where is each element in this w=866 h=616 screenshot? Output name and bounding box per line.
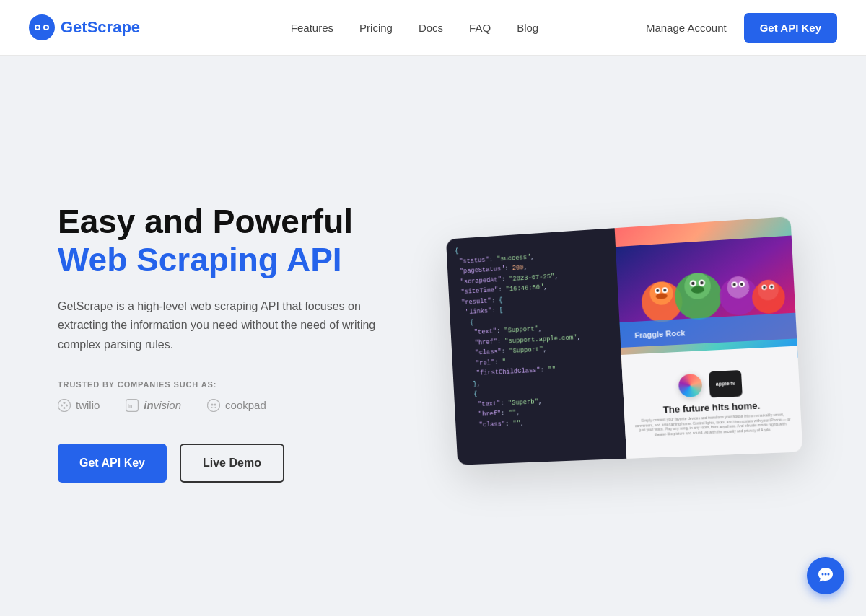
trusted-twilio: twilio bbox=[58, 399, 100, 412]
svg-point-7 bbox=[64, 407, 66, 409]
chat-button[interactable] bbox=[807, 557, 844, 594]
svg-point-13 bbox=[211, 403, 214, 405]
trusted-label: TRUSTED BY COMPANIES SUCH AS: bbox=[58, 380, 433, 389]
fine-print-text: Simply connect your favorite devices and… bbox=[630, 411, 795, 437]
get-api-key-button[interactable]: Get API Key bbox=[58, 444, 167, 483]
illustration-svg: Fraggle Rock bbox=[615, 216, 798, 366]
chat-icon bbox=[816, 566, 835, 585]
hero-description: GetScrape is a high-level web scraping A… bbox=[58, 297, 404, 354]
nav-features[interactable]: Features bbox=[291, 22, 333, 34]
hero-section: Easy and Powerful Web Scraping API GetSc… bbox=[0, 56, 866, 616]
trusted-cookpad: cookpad bbox=[207, 399, 266, 412]
hero-title-line2: Web Scraping API bbox=[58, 241, 342, 278]
svg-point-12 bbox=[208, 399, 220, 411]
invision-icon: in bbox=[126, 399, 139, 412]
screenshot-card: { "status": "success", "pageStatus": 200… bbox=[446, 216, 802, 465]
svg-point-8 bbox=[61, 404, 63, 406]
cookpad-label: cookpad bbox=[225, 399, 266, 411]
nav-pricing[interactable]: Pricing bbox=[359, 22, 393, 34]
nav-faq[interactable]: FAQ bbox=[469, 22, 491, 34]
trusted-logos: twilio in invision cookpad bbox=[58, 399, 433, 412]
twilio-icon bbox=[58, 399, 71, 412]
hero-buttons: Get API Key Live Demo bbox=[58, 444, 433, 483]
apple-tv-area: apple tv bbox=[678, 369, 742, 398]
code-preview: { "status": "success", "pageStatus": 200… bbox=[446, 226, 644, 465]
logo-link[interactable]: GetScrape bbox=[29, 14, 140, 40]
hero-title-line1: Easy and Powerful bbox=[58, 203, 353, 240]
screenshot-image-top: Fraggle Rock bbox=[615, 216, 798, 366]
hero-illustration: { "status": "success", "pageStatus": 200… bbox=[433, 199, 808, 488]
apple-tv-label: apple tv bbox=[716, 380, 735, 387]
svg-point-9 bbox=[66, 404, 68, 406]
nav-docs[interactable]: Docs bbox=[419, 22, 443, 34]
svg-point-5 bbox=[58, 399, 71, 411]
hero-title: Easy and Powerful Web Scraping API bbox=[58, 203, 433, 280]
live-demo-button[interactable]: Live Demo bbox=[180, 444, 284, 483]
get-api-key-nav-button[interactable]: Get API Key bbox=[744, 13, 837, 43]
svg-point-14 bbox=[214, 403, 216, 405]
navbar: GetScrape Features Pricing Docs FAQ Blog… bbox=[0, 0, 866, 56]
siri-orb bbox=[678, 373, 703, 397]
svg-point-0 bbox=[29, 14, 55, 40]
logo-icon bbox=[29, 14, 55, 40]
svg-text:in: in bbox=[128, 403, 132, 408]
nav-links: Features Pricing Docs FAQ Blog bbox=[183, 22, 646, 34]
screenshot-image: Fraggle Rock apple tv The future hits ho… bbox=[615, 216, 803, 459]
invision-label: invision bbox=[144, 399, 181, 411]
manage-account-link[interactable]: Manage Account bbox=[646, 22, 727, 34]
future-hits-text: The future hits home. bbox=[662, 400, 760, 415]
svg-point-44 bbox=[822, 573, 824, 576]
cookpad-icon bbox=[207, 399, 220, 412]
nav-blog[interactable]: Blog bbox=[517, 22, 538, 34]
svg-point-3 bbox=[36, 26, 39, 29]
screenshot-bottom: apple tv The future hits home. Simply co… bbox=[621, 346, 803, 458]
svg-point-4 bbox=[45, 26, 48, 29]
apple-tv-box: apple tv bbox=[709, 369, 743, 397]
trusted-invision: in invision bbox=[126, 399, 181, 412]
svg-point-45 bbox=[825, 573, 827, 576]
navbar-right: Manage Account Get API Key bbox=[646, 13, 837, 43]
svg-point-46 bbox=[828, 573, 830, 576]
svg-point-6 bbox=[64, 402, 66, 404]
logo-text: GetScrape bbox=[61, 18, 140, 37]
twilio-label: twilio bbox=[76, 399, 100, 411]
hero-content: Easy and Powerful Web Scraping API GetSc… bbox=[58, 203, 433, 483]
